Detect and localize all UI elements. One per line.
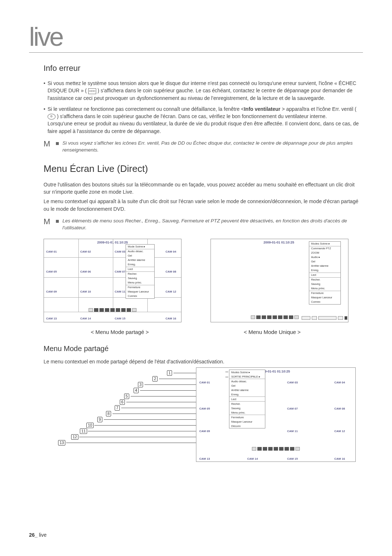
layout-icon[interactable] [263,447,267,451]
menu-item[interactable]: Enreg. [229,392,265,396]
menu-item[interactable]: Recher. [229,402,265,406]
dropdown-icon[interactable] [295,447,300,451]
menu-item[interactable]: Fermeture [309,291,340,295]
menu-item[interactable]: Mode Scène ▸ [126,245,154,249]
layout-icon[interactable] [273,315,277,319]
footer-section: live [37,532,46,538]
play-control-icon[interactable] [338,316,343,320]
caption-unique: < Menu Mode Unique > [203,329,341,335]
screenshot-shared-mode: 2009-01-01 01:10:25 CAM 01 CAM 02 CAM 03… [44,239,181,322]
para-s2-2: Le menu contextuel qui apparaît à la sui… [44,198,363,213]
menu-item[interactable]: Sauveg [309,282,340,286]
menu-item[interactable]: Masquer Lanceur [126,290,154,294]
layout-icon[interactable] [99,308,104,312]
bullet-2-text-a: Si le ventilateur ne fonctionne pas corr… [48,106,244,112]
layout-icon[interactable] [290,447,294,451]
screenshot-unique-mode: 2009-01-01 01:10:25 Modes Scène ▸ Comman… [211,239,348,322]
para-s2-1: Outre l'utilisation des boutons situés s… [44,181,363,196]
menu-item[interactable]: Sauveg [126,276,154,281]
screenshots-row: 2009-01-01 01:10:25 CAM 01 CAM 02 CAM 03… [44,239,348,322]
dropdown-icon[interactable] [294,315,299,319]
layout-icon[interactable] [94,308,98,312]
menu-item[interactable]: Menu princ. [229,410,265,415]
cam-label: CAM 11 [115,290,125,293]
menu-item[interactable]: Audio ▸ [309,255,340,259]
layout-icon[interactable] [262,315,266,319]
layout-icon[interactable] [278,315,282,319]
dropdown-icon[interactable] [132,308,136,312]
menu-item[interactable]: Lect [309,273,340,277]
note-1-text: Si vous voyez s'afficher les icônes Err.… [62,140,363,154]
layout-icon[interactable] [279,447,283,451]
menu-item[interactable]: Audio désac. [229,379,265,383]
menu-item[interactable]: Déconn [229,424,265,428]
menu-item[interactable]: Menu princ. [309,286,340,291]
play-slider[interactable] [318,316,336,320]
cam-label: CAM 03 [287,381,298,384]
layout-icon[interactable] [105,308,109,312]
menu-item[interactable]: Connex [309,300,340,304]
layout-icon[interactable] [285,447,289,451]
layout-icon[interactable] [251,315,255,319]
callout-8: 8 [106,411,111,416]
cam-label: CAM 15 [115,317,125,320]
menu-item[interactable]: ZOOM [309,251,340,255]
menu-item[interactable]: Menu princ. [126,281,154,285]
context-menu-shared[interactable]: Mode Scène ▸ Audio désac. Gel Arrêter al… [126,244,155,299]
layout-icon[interactable] [283,315,288,319]
note-1: M Si vous voyez s'afficher les icônes Er… [44,140,363,154]
launcher-icon-bar[interactable] [252,447,300,451]
play-control-icon[interactable] [302,316,310,320]
layout-icon[interactable] [289,315,293,319]
menu-item[interactable]: Modes Scène ▸ [229,370,265,374]
menu-item[interactable]: Arrêter alarme [126,258,154,262]
context-menu-big[interactable]: Modes Scène ▸ SORTIE PRINCIPALE ▸ Audio … [229,370,265,428]
menu-item[interactable]: Sauveg [229,406,265,410]
layout-icon[interactable] [121,308,126,312]
layout-icon[interactable] [127,308,131,312]
menu-item[interactable]: Modes Scène ▸ [309,242,340,246]
menu-item[interactable]: Gel [229,383,265,388]
callout-7: 7 [115,405,120,411]
menu-item[interactable]: Enreg. [309,268,340,273]
bullet-dot-icon: • [44,105,45,135]
play-control-icon[interactable] [312,316,317,320]
bullet-1: • Si vous mettez le système sous tension… [44,80,363,102]
play-control-icon[interactable] [344,316,347,320]
layout-icon[interactable] [110,308,115,312]
cam-label: CAM 12 [166,290,176,293]
menu-item[interactable]: Recher. [126,272,154,276]
menu-item[interactable]: Enreg. [126,262,154,267]
menu-item[interactable]: Masquer Lanceur [229,419,265,424]
menu-item[interactable]: Arrêter alarme [309,264,340,268]
layout-icon[interactable] [89,308,93,312]
menu-item[interactable]: Lect [126,267,154,271]
layout-icon[interactable] [257,447,262,451]
context-menu-unique[interactable]: Modes Scène ▸ Commande PTZ ZOOM Audio ▸ … [309,241,341,305]
launcher-icon-bar[interactable] [89,308,136,312]
fan-error-icon: ⚙ [48,114,56,120]
heading-menu-ecran-live: Menu Écran Live (Direct) [44,163,363,174]
menu-item[interactable]: Commande PTZ [309,246,340,251]
layout-icon[interactable] [116,308,120,312]
menu-item[interactable]: Recher. [309,278,340,282]
layout-icon[interactable] [274,447,278,451]
menu-item[interactable]: Masquer Lanceur [309,295,340,300]
menu-item[interactable]: Fermeture [126,285,154,290]
menu-item[interactable]: Arrêter alarme [229,388,265,392]
menu-item[interactable]: Gel [126,254,154,258]
launcher-icon-bar[interactable] [251,315,299,319]
layout-icon[interactable] [256,315,261,319]
menu-item[interactable]: Lect [229,397,265,401]
menu-item[interactable]: SORTIE PRINCIPALE ▸ [229,374,265,379]
menu-item[interactable]: Audio désac. [126,249,154,254]
menu-item[interactable]: Fermeture [229,415,265,419]
cam-label: CAM 04 [166,250,176,253]
menu-item[interactable]: Gel [309,259,340,264]
layout-icon[interactable] [268,447,273,451]
layout-icon[interactable] [252,447,256,451]
callout-5: 5 [124,394,129,399]
menu-item[interactable]: Connex [126,294,154,298]
callout-3: 3 [138,382,143,387]
layout-icon[interactable] [267,315,271,319]
